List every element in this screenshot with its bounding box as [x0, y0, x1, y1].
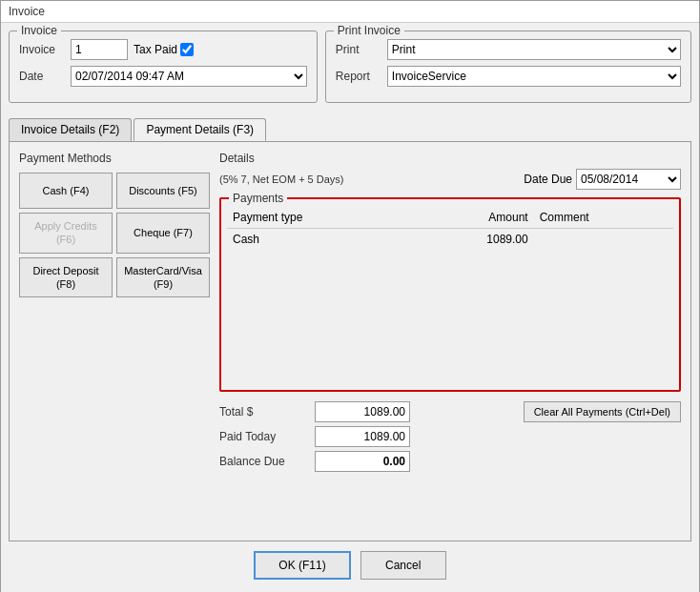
payment-comment-cell [534, 229, 673, 251]
totals-area: Total $ Clear All Payments (Ctrl+Del) Pa… [219, 401, 681, 472]
payment-methods-panel: Payment Methods Cash (F4) Discounts (F5)… [19, 152, 210, 476]
direct-deposit-button[interactable]: Direct Deposit (F8) [19, 257, 113, 298]
payment-methods-label: Payment Methods [19, 152, 210, 165]
invoice-label: Invoice [19, 43, 65, 56]
col-comment: Comment [534, 207, 673, 229]
col-amount: Amount [413, 207, 534, 229]
invoice-group: Invoice Invoice Tax Paid Date 02/07/2014… [9, 31, 318, 103]
col-payment-type: Payment type [227, 207, 413, 229]
discounts-button[interactable]: Discounts (F5) [116, 173, 210, 209]
report-select[interactable]: InvoiceService [387, 66, 681, 87]
date-select[interactable]: 02/07/2014 09:47 AM [71, 66, 307, 87]
details-panel: Details (5% 7, Net EOM + 5 Days) Date Du… [219, 152, 681, 476]
payment-methods-grid: Cash (F4) Discounts (F5) Apply Credits (… [19, 173, 210, 297]
cheque-button[interactable]: Cheque (F7) [116, 213, 210, 254]
details-terms: (5% 7, Net EOM + 5 Days) [219, 174, 344, 185]
tabs-bar: Invoice Details (F2) Payment Details (F3… [9, 118, 691, 141]
total-value [315, 401, 410, 422]
print-invoice-group-label: Print Invoice [334, 24, 404, 37]
print-invoice-group: Print Invoice Print Print Report Invoice… [325, 31, 691, 103]
paid-today-value [315, 426, 410, 447]
apply-credits-button[interactable]: Apply Credits (F6) [19, 213, 113, 254]
details-label: Details [219, 152, 681, 165]
balance-due-value [315, 451, 410, 472]
footer-buttons: OK (F11) Cancel [9, 541, 691, 585]
date-label: Date [19, 70, 65, 83]
tax-paid-checkbox[interactable] [180, 43, 194, 56]
invoice-group-label: Invoice [17, 24, 61, 37]
cash-button[interactable]: Cash (F4) [19, 173, 113, 209]
balance-due-label: Balance Due [219, 455, 315, 468]
ok-button[interactable]: OK (F11) [254, 551, 350, 580]
cancel-button[interactable]: Cancel [360, 551, 446, 580]
paid-today-row: Paid Today [219, 426, 681, 447]
invoice-number-input[interactable] [71, 39, 128, 60]
table-row: Cash 1089.00 [227, 229, 673, 251]
total-row: Total $ Clear All Payments (Ctrl+Del) [219, 401, 681, 422]
payment-type-cell: Cash [227, 229, 413, 251]
window-title: Invoice [1, 1, 699, 23]
tab-content: Payment Methods Cash (F4) Discounts (F5)… [9, 141, 691, 541]
clear-all-payments-button[interactable]: Clear All Payments (Ctrl+Del) [524, 401, 681, 422]
print-label: Print [336, 43, 381, 56]
payments-group-label: Payments [229, 192, 287, 205]
payments-group: Payments Payment type Amount Comment [219, 197, 681, 392]
total-label: Total $ [219, 405, 315, 418]
main-window: Invoice Invoice Invoice Tax Paid Date [0, 0, 700, 592]
mastercard-button[interactable]: MasterCard/Visa (F9) [116, 257, 210, 298]
balance-due-row: Balance Due [219, 451, 681, 472]
payments-table: Payment type Amount Comment Cash 1089.00 [227, 207, 673, 250]
payment-amount-cell: 1089.00 [413, 229, 534, 251]
tax-paid-label: Tax Paid [134, 43, 177, 56]
tab-payment-details[interactable]: Payment Details (F3) [134, 118, 266, 141]
date-due-select[interactable]: 05/08/2014 [576, 169, 681, 190]
date-due-label: Date Due [524, 173, 572, 186]
tab-invoice-details[interactable]: Invoice Details (F2) [9, 118, 132, 141]
print-select[interactable]: Print [387, 39, 681, 60]
report-label: Report [336, 70, 381, 83]
paid-today-label: Paid Today [219, 430, 315, 443]
